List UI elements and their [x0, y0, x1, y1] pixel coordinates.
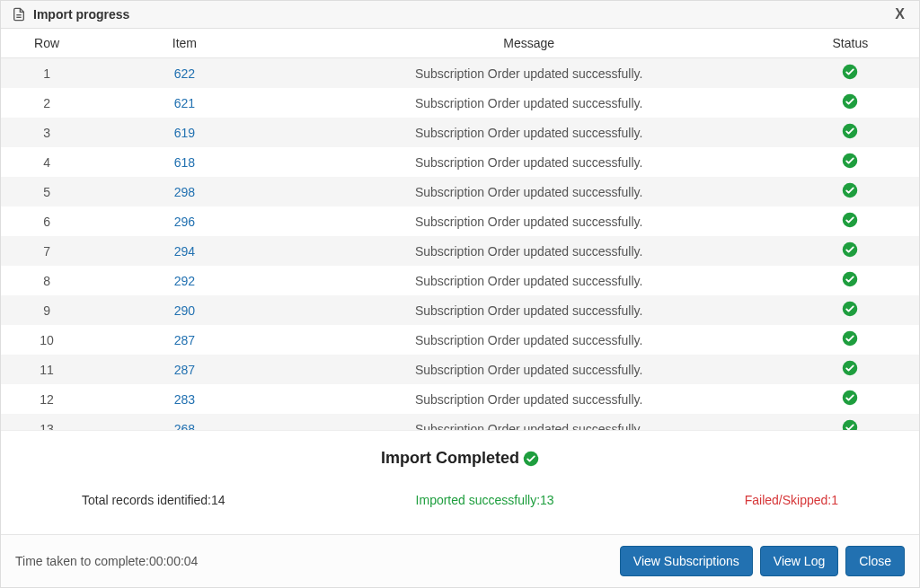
check-circle-icon: [842, 271, 858, 287]
cell-status: [782, 88, 919, 118]
close-button[interactable]: Close: [845, 546, 905, 576]
view-subscriptions-button[interactable]: View Subscriptions: [620, 546, 753, 576]
stat-failed-value: 1: [831, 493, 838, 507]
cell-message: Subscription Order updated successfully.: [277, 236, 782, 266]
cell-status: [782, 118, 919, 147]
item-link[interactable]: 292: [174, 274, 195, 288]
time-label: Time taken to complete:: [15, 554, 149, 568]
cell-status: [782, 325, 919, 355]
stat-failed: Failed/Skipped:1: [745, 493, 838, 507]
stat-failed-label: Failed/Skipped:: [745, 493, 832, 507]
dialog-title: Import progress: [33, 7, 129, 22]
cell-row: 3: [1, 118, 93, 147]
item-link[interactable]: 268: [174, 422, 195, 431]
col-header-row: Row: [1, 29, 93, 58]
table-row: 11287Subscription Order updated successf…: [1, 355, 919, 384]
stat-total-value: 14: [211, 493, 226, 507]
cell-status: [782, 147, 919, 177]
summary-title-row: Import Completed: [28, 449, 892, 468]
cell-status: [782, 58, 919, 89]
cell-row: 10: [1, 325, 93, 355]
check-circle-icon: [842, 64, 858, 80]
table-wrap: Row Item Message Status 1622Subscription…: [1, 29, 919, 430]
time-taken: Time taken to complete:00:00:04: [15, 554, 198, 568]
summary-section: Import Completed Total records identifie…: [1, 430, 919, 534]
item-link[interactable]: 290: [174, 303, 195, 318]
cell-row: 9: [1, 295, 93, 325]
item-link[interactable]: 283: [174, 392, 195, 407]
cell-row: 5: [1, 177, 93, 206]
cell-status: [782, 384, 919, 414]
check-circle-icon: [842, 241, 858, 258]
cell-message: Subscription Order updated successfully.: [277, 177, 782, 206]
view-log-button[interactable]: View Log: [760, 546, 838, 576]
cell-row: 6: [1, 206, 93, 236]
check-circle-icon: [842, 212, 858, 228]
table-row: 10287Subscription Order updated successf…: [1, 325, 919, 355]
table-row: 8292Subscription Order updated successfu…: [1, 266, 919, 295]
check-circle-icon: [842, 360, 858, 376]
check-circle-icon: [842, 93, 858, 110]
table-row: 7294Subscription Order updated successfu…: [1, 236, 919, 266]
summary-title: Import Completed: [381, 449, 519, 468]
footer-buttons: View Subscriptions View Log Close: [620, 546, 905, 576]
stat-total: Total records identified:14: [82, 493, 226, 507]
cell-status: [782, 295, 919, 325]
item-link[interactable]: 621: [174, 96, 195, 110]
table-row: 5298Subscription Order updated successfu…: [1, 177, 919, 206]
cell-row: 12: [1, 384, 93, 414]
import-results-table: Row Item Message Status 1622Subscription…: [1, 29, 919, 430]
item-link[interactable]: 298: [174, 185, 195, 199]
table-row: 1622Subscription Order updated successfu…: [1, 58, 919, 89]
cell-row: 4: [1, 147, 93, 177]
document-icon: [12, 7, 26, 22]
table-row: 13268Subscription Order updated successf…: [1, 414, 919, 430]
check-circle-icon: [842, 390, 858, 406]
cell-message: Subscription Order updated successfully.: [277, 384, 782, 414]
table-row: 12283Subscription Order updated successf…: [1, 384, 919, 414]
item-link[interactable]: 619: [174, 126, 195, 140]
cell-item: 619: [93, 118, 276, 147]
stat-success-value: 13: [540, 493, 554, 507]
cell-item: 290: [93, 295, 276, 325]
check-circle-icon: [842, 419, 858, 430]
table-row: 9290Subscription Order updated successfu…: [1, 295, 919, 325]
check-circle-icon: [842, 153, 858, 169]
check-circle-icon: [842, 182, 858, 198]
item-link[interactable]: 618: [174, 155, 195, 170]
cell-item: 621: [93, 88, 276, 118]
cell-message: Subscription Order updated successfully.: [277, 58, 782, 89]
item-link[interactable]: 287: [174, 363, 195, 377]
close-icon[interactable]: X: [891, 6, 908, 22]
cell-status: [782, 355, 919, 384]
cell-item: 268: [93, 414, 276, 430]
cell-status: [782, 266, 919, 295]
item-link[interactable]: 622: [174, 66, 195, 81]
cell-item: 294: [93, 236, 276, 266]
item-link[interactable]: 294: [174, 244, 195, 259]
dialog-title-wrap: Import progress: [12, 7, 129, 22]
item-link[interactable]: 287: [174, 333, 195, 347]
cell-message: Subscription Order updated successfully.: [277, 325, 782, 355]
table-row: 6296Subscription Order updated successfu…: [1, 206, 919, 236]
cell-status: [782, 206, 919, 236]
col-header-status: Status: [782, 29, 919, 58]
check-circle-icon: [523, 451, 539, 467]
cell-status: [782, 414, 919, 430]
cell-row: 7: [1, 236, 93, 266]
cell-message: Subscription Order updated successfully.: [277, 295, 782, 325]
time-value: 00:00:04: [149, 554, 199, 568]
cell-item: 296: [93, 206, 276, 236]
col-header-message: Message: [277, 29, 782, 58]
cell-message: Subscription Order updated successfully.: [277, 266, 782, 295]
cell-row: 1: [1, 58, 93, 89]
table-row: 3619Subscription Order updated successfu…: [1, 118, 919, 147]
cell-row: 2: [1, 88, 93, 118]
stat-success: Imported successfully:13: [416, 493, 554, 507]
dialog-footer: Time taken to complete:00:00:04 View Sub…: [1, 534, 919, 587]
cell-status: [782, 236, 919, 266]
cell-item: 298: [93, 177, 276, 206]
stat-success-label: Imported successfully:: [416, 493, 541, 507]
item-link[interactable]: 296: [174, 215, 195, 229]
check-circle-icon: [842, 330, 858, 347]
